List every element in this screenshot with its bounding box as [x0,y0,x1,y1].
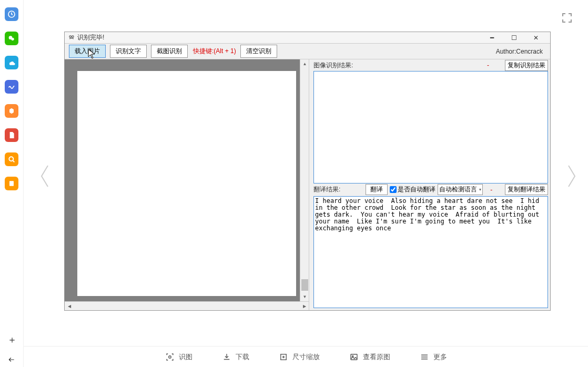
chevron-down-icon: ▾ [479,187,481,192]
window-controls: ━ ☐ ✕ [481,32,547,44]
scroll-up-icon[interactable]: ▲ [300,59,309,68]
recognition-header: 图像识别结果: - 复制识别结果 [313,60,548,70]
bottom-toolbar: 识图 下载 尺寸缩放 查看原图 更多 [24,346,588,367]
bottom-view-original-button[interactable]: 查看原图 [349,352,390,362]
author-label: Author:Cencrack [496,48,546,55]
minimize-button[interactable]: ━ [481,32,503,44]
language-select[interactable]: 自动检测语言 ▾ [438,184,483,195]
image-panel: ▲ ▼ ◀ ▶ [65,59,309,310]
translation-textarea[interactable] [313,196,548,309]
bottom-download-button[interactable]: 下载 [222,352,249,362]
copy-recognition-button[interactable]: 复制识别结果 [505,60,548,71]
vertical-scroll-thumb[interactable] [301,279,308,291]
sidebar-wechat-icon[interactable] [5,32,18,45]
auto-translate-checkbox[interactable]: 是否自动翻译 [390,185,435,194]
download-icon [222,352,231,362]
load-image-button[interactable]: 载入图片 [69,45,106,58]
recognition-dash: - [487,62,505,69]
sidebar-book-icon[interactable] [5,177,18,190]
translation-label: 翻译结果: [313,185,340,194]
bottom-more-label: 更多 [433,352,447,362]
vertical-scrollbar[interactable]: ▲ ▼ [300,59,309,301]
image-icon [349,352,359,362]
svg-point-7 [168,355,171,358]
right-panel: 图像识别结果: - 复制识别结果 翻译结果: 翻译 是否自动翻译 自动检测语言 … [309,59,550,310]
window-body: ▲ ▼ ◀ ▶ 图像识别结果: - 复制识别结果 翻译结果: [65,59,550,310]
back-icon[interactable] [7,356,16,365]
horizontal-scrollbar[interactable]: ◀ ▶ [65,301,309,310]
translation-header: 翻译结果: 翻译 是否自动翻译 自动检测语言 ▾ - 复制翻译结果 [313,185,548,195]
toolbar: 载入图片 识别文字 截图识别 快捷键:(Alt + 1) 清空识别 Author… [65,44,550,59]
svg-rect-9 [351,354,357,360]
bottom-recognize-button[interactable]: 识图 [165,352,192,362]
language-selected: 自动检测语言 [439,185,477,194]
svg-point-5 [69,35,72,37]
sidebar-cloud-icon[interactable] [5,56,18,69]
screenshot-recognize-button[interactable]: 截图识别 [151,45,188,58]
auto-translate-label: 是否自动翻译 [398,185,435,194]
sidebar-clock-icon[interactable] [5,7,18,21]
window-titlebar[interactable]: 识别完毕! ━ ☐ ✕ [65,32,550,44]
zoom-icon [279,352,288,362]
bottom-recognize-label: 识图 [179,352,192,362]
fullscreen-icon[interactable] [561,12,573,24]
sidebar-pdf-icon[interactable] [5,128,18,142]
app-icon [68,34,75,42]
scroll-down-icon[interactable]: ▼ [300,292,309,301]
maximize-button[interactable]: ☐ [503,32,525,44]
svg-point-3 [9,157,13,161]
auto-translate-input[interactable] [390,186,397,193]
bottom-view-original-label: 查看原图 [363,352,390,362]
bottom-zoom-label: 尺寸缩放 [292,352,320,362]
translation-dash: - [485,186,498,193]
bottom-more-button[interactable]: 更多 [420,352,447,362]
close-button[interactable]: ✕ [525,32,547,44]
prev-arrow[interactable] [37,163,53,189]
left-sidebar: ＋ [0,0,24,367]
sidebar-wave-icon[interactable] [5,80,18,94]
scroll-left-icon[interactable]: ◀ [65,302,74,311]
scan-icon [165,352,175,362]
window-title: 识别完毕! [77,33,481,42]
app-window: 识别完毕! ━ ☐ ✕ 载入图片 识别文字 截图识别 快捷键:(Alt + 1)… [64,32,551,311]
more-icon [420,352,429,362]
bottom-zoom-button[interactable]: 尺寸缩放 [279,352,320,362]
sidebar-shape-icon[interactable] [5,104,18,118]
recognition-label: 图像识别结果: [313,61,353,70]
svg-point-6 [72,35,74,37]
recognition-textarea[interactable] [313,71,548,183]
image-canvas [77,71,296,296]
scroll-right-icon[interactable]: ▶ [300,302,309,311]
next-arrow[interactable] [564,163,580,189]
copy-translation-button[interactable]: 复制翻译结果 [505,184,548,195]
bottom-download-label: 下载 [236,352,249,362]
translate-button[interactable]: 翻译 [366,184,388,195]
recognize-text-button[interactable]: 识别文字 [110,45,147,58]
svg-point-2 [11,38,14,40]
sidebar-search-icon[interactable] [5,152,18,166]
image-viewer[interactable] [65,59,300,301]
hotkey-label: 快捷键:(Alt + 1) [193,47,236,56]
clear-recognize-button[interactable]: 清空识别 [240,45,277,58]
add-icon[interactable]: ＋ [7,333,17,346]
svg-rect-4 [9,181,14,186]
